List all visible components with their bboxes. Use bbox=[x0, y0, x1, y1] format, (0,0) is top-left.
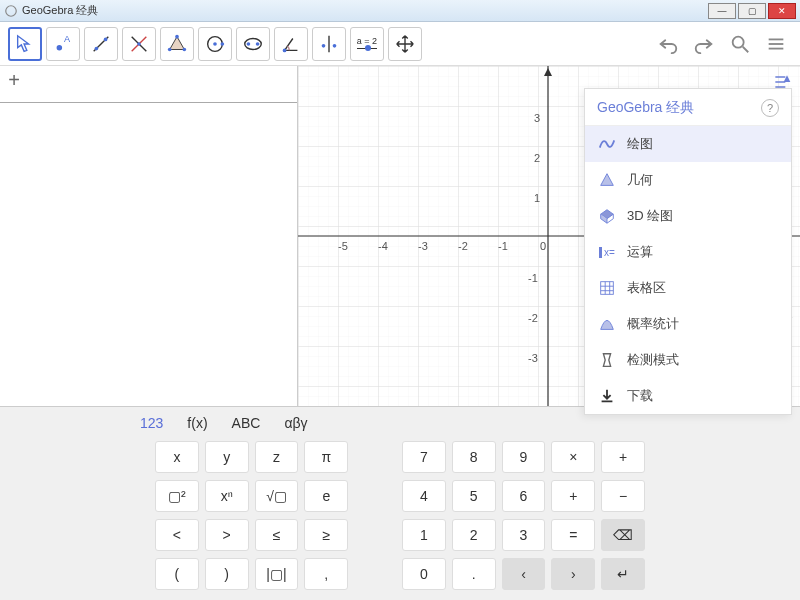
help-button[interactable]: ? bbox=[761, 99, 779, 117]
axis-label: -1 bbox=[498, 240, 508, 252]
key-,[interactable]: , bbox=[304, 558, 348, 590]
menu-item-download[interactable]: 下载 bbox=[585, 378, 791, 414]
maximize-button[interactable]: ▢ bbox=[738, 3, 766, 19]
tool-perpendicular[interactable] bbox=[122, 27, 156, 61]
kb-tab-greek[interactable]: αβγ bbox=[284, 415, 307, 431]
menu-item-geometry[interactable]: 几何 bbox=[585, 162, 791, 198]
key-<[interactable]: < bbox=[155, 519, 199, 551]
tool-angle[interactable] bbox=[274, 27, 308, 61]
close-button[interactable]: ✕ bbox=[768, 3, 796, 19]
geometry-icon bbox=[597, 170, 617, 190]
key-([interactable]: ( bbox=[155, 558, 199, 590]
menu-item-cas[interactable]: x=运算 bbox=[585, 234, 791, 270]
perspectives-menu: GeoGebra 经典 ? 绘图 几何 3D 绘图 x=运算 表格区 概率统计 … bbox=[584, 88, 792, 415]
add-input-button[interactable]: + bbox=[0, 66, 28, 94]
key-×[interactable]: × bbox=[551, 441, 595, 473]
key-−[interactable]: − bbox=[601, 480, 645, 512]
key-+[interactable]: + bbox=[551, 480, 595, 512]
menu-label: 下载 bbox=[627, 387, 653, 405]
key-3[interactable]: 3 bbox=[502, 519, 546, 551]
svg-line-23 bbox=[743, 46, 749, 52]
key-‹[interactable]: ‹ bbox=[502, 558, 546, 590]
axis-label: -5 bbox=[338, 240, 348, 252]
tool-move-view[interactable] bbox=[388, 27, 422, 61]
kb-tab-abc[interactable]: ABC bbox=[232, 415, 261, 431]
key-5[interactable]: 5 bbox=[452, 480, 496, 512]
key-7[interactable]: 7 bbox=[402, 441, 446, 473]
search-button[interactable] bbox=[724, 28, 756, 60]
key-⌫[interactable]: ⌫ bbox=[601, 519, 645, 551]
tool-move[interactable] bbox=[8, 27, 42, 61]
key-›[interactable]: › bbox=[551, 558, 595, 590]
key-1[interactable]: 1 bbox=[402, 519, 446, 551]
app-icon bbox=[4, 4, 18, 18]
undo-button[interactable] bbox=[652, 28, 684, 60]
spreadsheet-icon bbox=[597, 278, 617, 298]
svg-point-0 bbox=[6, 5, 17, 16]
tool-slider[interactable]: a = 2 bbox=[350, 27, 384, 61]
svg-text:A: A bbox=[64, 34, 71, 44]
tool-polygon[interactable] bbox=[160, 27, 194, 61]
key-x[interactable]: x bbox=[155, 441, 199, 473]
key-xⁿ[interactable]: xⁿ bbox=[205, 480, 249, 512]
key-π[interactable]: π bbox=[304, 441, 348, 473]
key-4[interactable]: 4 bbox=[402, 480, 446, 512]
tool-reflect[interactable] bbox=[312, 27, 346, 61]
key-=[interactable]: = bbox=[551, 519, 595, 551]
axis-label: -2 bbox=[528, 312, 538, 324]
key-6[interactable]: 6 bbox=[502, 480, 546, 512]
menu-button[interactable] bbox=[760, 28, 792, 60]
tool-ellipse[interactable] bbox=[236, 27, 270, 61]
key-√▢[interactable]: √▢ bbox=[255, 480, 299, 512]
axis-label: 3 bbox=[534, 112, 540, 124]
main-area: + 0 -1 -2 -3 -4 -5 1 2 3 -1 -2 -3 GeoGeb… bbox=[0, 66, 800, 406]
key-|▢|[interactable]: |▢| bbox=[255, 558, 299, 590]
download-icon bbox=[597, 386, 617, 406]
key-gap bbox=[354, 441, 396, 473]
key-y[interactable]: y bbox=[205, 441, 249, 473]
menu-label: 运算 bbox=[627, 243, 653, 261]
svg-point-16 bbox=[247, 42, 251, 46]
key-↵[interactable]: ↵ bbox=[601, 558, 645, 590]
svg-point-17 bbox=[256, 42, 260, 46]
menu-label: 3D 绘图 bbox=[627, 207, 673, 225]
svg-point-5 bbox=[104, 37, 108, 41]
minimize-button[interactable]: — bbox=[708, 3, 736, 19]
divider bbox=[0, 102, 297, 103]
axis-label: 1 bbox=[534, 192, 540, 204]
menu-label: 检测模式 bbox=[627, 351, 679, 369]
kb-tab-fx[interactable]: f(x) bbox=[187, 415, 207, 431]
key-+[interactable]: + bbox=[601, 441, 645, 473]
menu-label: 绘图 bbox=[627, 135, 653, 153]
tool-point[interactable]: A bbox=[46, 27, 80, 61]
menu-item-graphing[interactable]: 绘图 bbox=[585, 126, 791, 162]
axis-label: -4 bbox=[378, 240, 388, 252]
menu-item-3d[interactable]: 3D 绘图 bbox=[585, 198, 791, 234]
tool-line[interactable] bbox=[84, 27, 118, 61]
key-.[interactable]: . bbox=[452, 558, 496, 590]
key-)[interactable]: ) bbox=[205, 558, 249, 590]
key-gap bbox=[354, 519, 396, 551]
key-2[interactable]: 2 bbox=[452, 519, 496, 551]
key->[interactable]: > bbox=[205, 519, 249, 551]
key-e[interactable]: e bbox=[304, 480, 348, 512]
svg-point-4 bbox=[95, 46, 99, 50]
key-≤[interactable]: ≤ bbox=[255, 519, 299, 551]
menu-item-exam[interactable]: 检测模式 bbox=[585, 342, 791, 378]
key-9[interactable]: 9 bbox=[502, 441, 546, 473]
menu-item-probability[interactable]: 概率统计 bbox=[585, 306, 791, 342]
key-0[interactable]: 0 bbox=[402, 558, 446, 590]
axis-label: -3 bbox=[418, 240, 428, 252]
menu-item-spreadsheet[interactable]: 表格区 bbox=[585, 270, 791, 306]
kb-tab-123[interactable]: 123 bbox=[140, 415, 163, 431]
svg-point-18 bbox=[283, 48, 287, 52]
svg-point-13 bbox=[213, 42, 217, 46]
redo-button[interactable] bbox=[688, 28, 720, 60]
key-z[interactable]: z bbox=[255, 441, 299, 473]
key-▢²[interactable]: ▢² bbox=[155, 480, 199, 512]
key-8[interactable]: 8 bbox=[452, 441, 496, 473]
key-≥[interactable]: ≥ bbox=[304, 519, 348, 551]
tool-circle[interactable] bbox=[198, 27, 232, 61]
svg-point-14 bbox=[221, 42, 225, 46]
axis-label: 0 bbox=[540, 240, 546, 252]
